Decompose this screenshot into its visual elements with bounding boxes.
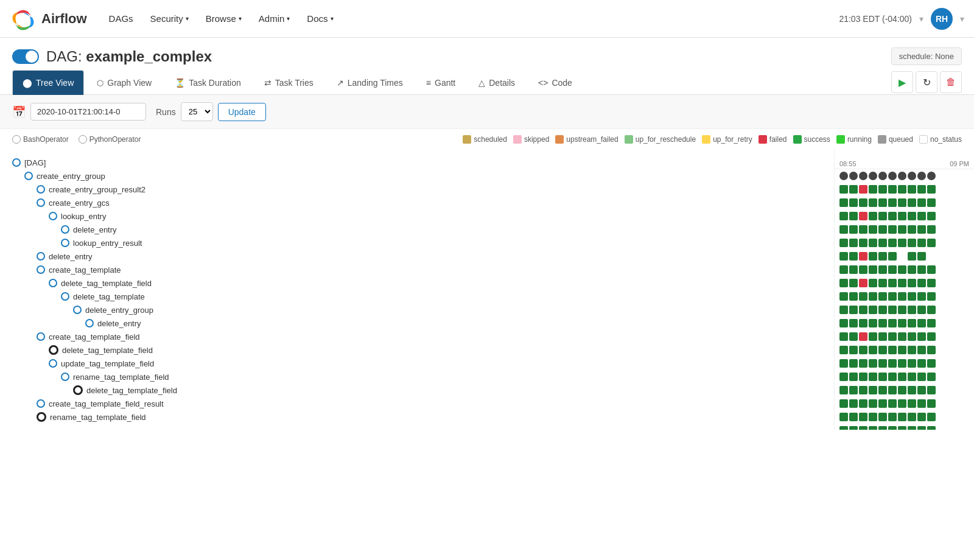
gantt-cell[interactable] — [878, 332, 887, 341]
gantt-cell[interactable] — [839, 198, 848, 207]
gantt-cell[interactable] — [849, 332, 858, 341]
gantt-cell[interactable] — [878, 306, 887, 314]
gantt-cell[interactable] — [917, 332, 926, 341]
gantt-cell[interactable] — [927, 413, 936, 421]
tree-node-10[interactable]: delete_entry_group — [12, 303, 822, 317]
tree-node-11[interactable]: delete_entry — [12, 317, 822, 330]
gantt-cell[interactable] — [898, 426, 906, 430]
gantt-cell[interactable] — [888, 373, 897, 381]
nav-security[interactable]: Security ▾ — [143, 9, 196, 29]
tab-task-tries[interactable]: ⇄ Task Tries — [254, 70, 324, 95]
gantt-cell[interactable] — [888, 225, 897, 234]
nav-time[interactable]: 21:03 EDT (-04:00) — [839, 14, 912, 24]
gantt-cell[interactable] — [908, 373, 916, 381]
tree-node-14[interactable]: update_tag_template_field — [12, 357, 822, 370]
gantt-cell[interactable] — [878, 279, 887, 287]
gantt-cell[interactable] — [888, 239, 897, 247]
tab-landing-times[interactable]: ↗ Landing Times — [326, 70, 413, 95]
gantt-cell[interactable] — [908, 413, 916, 421]
gantt-cell[interactable] — [839, 386, 848, 394]
gantt-cell[interactable] — [917, 346, 926, 354]
gantt-cell[interactable] — [839, 332, 848, 341]
gantt-cell[interactable] — [908, 386, 916, 394]
gantt-cell[interactable] — [878, 373, 887, 381]
gantt-cell[interactable] — [869, 198, 877, 207]
gantt-cell[interactable] — [898, 306, 906, 314]
gantt-cell[interactable] — [878, 172, 887, 180]
gantt-cell[interactable] — [859, 279, 867, 287]
brand-logo[interactable]: Airflow — [10, 5, 87, 32]
gantt-cell[interactable] — [849, 212, 858, 220]
tree-node-13[interactable]: delete_tag_template_field — [12, 343, 822, 357]
gantt-cell[interactable] — [859, 172, 867, 180]
gantt-cell[interactable] — [898, 332, 906, 341]
gantt-cell[interactable] — [898, 373, 906, 381]
gantt-cell[interactable] — [859, 239, 867, 247]
gantt-cell[interactable] — [869, 319, 877, 327]
gantt-cell[interactable] — [839, 346, 848, 354]
gantt-cell[interactable] — [927, 198, 936, 207]
gantt-cell[interactable] — [888, 319, 897, 327]
gantt-cell[interactable] — [859, 346, 867, 354]
gantt-cell[interactable] — [869, 292, 877, 301]
gantt-cell[interactable] — [869, 306, 877, 314]
gantt-cell[interactable] — [888, 306, 897, 314]
gantt-cell[interactable] — [849, 292, 858, 301]
tab-gantt[interactable]: ≡ Gantt — [416, 70, 466, 95]
gantt-cell[interactable] — [927, 239, 936, 247]
runs-select[interactable]: 25 — [181, 102, 213, 121]
gantt-cell[interactable] — [927, 359, 936, 368]
gantt-cell[interactable] — [849, 198, 858, 207]
gantt-cell[interactable] — [878, 239, 887, 247]
gantt-cell[interactable] — [839, 279, 848, 287]
gantt-cell[interactable] — [849, 346, 858, 354]
gantt-cell[interactable] — [908, 399, 916, 408]
gantt-cell[interactable] — [849, 386, 858, 394]
gantt-cell[interactable] — [869, 172, 877, 180]
gantt-cell[interactable] — [927, 279, 936, 287]
gantt-cell[interactable] — [839, 306, 848, 314]
nav-dags[interactable]: DAGs — [102, 9, 141, 29]
gantt-cell[interactable] — [859, 426, 867, 430]
tree-node-16[interactable]: delete_tag_template_field — [12, 383, 822, 397]
tree-node-12[interactable]: create_tag_template_field — [12, 330, 822, 343]
gantt-cell[interactable] — [859, 265, 867, 274]
tree-node-1[interactable]: create_entry_group_result2 — [12, 183, 822, 196]
gantt-cell[interactable] — [869, 346, 877, 354]
gantt-cell[interactable] — [878, 359, 887, 368]
gantt-cell[interactable] — [927, 185, 936, 194]
date-input[interactable] — [30, 103, 146, 121]
tab-tree-view[interactable]: ⬤ Tree View — [12, 70, 84, 95]
gantt-cell[interactable] — [859, 413, 867, 421]
gantt-cell[interactable] — [849, 225, 858, 234]
gantt-cell[interactable] — [839, 185, 848, 194]
gantt-cell[interactable] — [849, 319, 858, 327]
gantt-cell[interactable] — [908, 185, 916, 194]
gantt-cell[interactable] — [859, 332, 867, 341]
gantt-cell[interactable] — [859, 185, 867, 194]
gantt-cell[interactable] — [908, 265, 916, 274]
gantt-cell[interactable] — [908, 346, 916, 354]
gantt-cell[interactable] — [859, 292, 867, 301]
gantt-cell[interactable] — [917, 306, 926, 314]
gantt-cell[interactable] — [888, 399, 897, 408]
gantt-cell[interactable] — [898, 346, 906, 354]
tab-details[interactable]: △ Details — [468, 70, 525, 95]
gantt-cell[interactable] — [908, 239, 916, 247]
gantt-cell[interactable] — [917, 239, 926, 247]
tree-node-8[interactable]: delete_tag_template_field — [12, 276, 822, 290]
refresh-button[interactable]: ↻ — [916, 71, 937, 93]
gantt-cell[interactable] — [888, 265, 897, 274]
update-button[interactable]: Update — [218, 103, 266, 121]
gantt-cell[interactable] — [908, 426, 916, 430]
gantt-cell[interactable] — [878, 346, 887, 354]
nav-browse[interactable]: Browse ▾ — [198, 9, 249, 29]
gantt-cell[interactable] — [908, 319, 916, 327]
gantt-cell[interactable] — [869, 386, 877, 394]
gantt-cell[interactable] — [869, 212, 877, 220]
gantt-cell[interactable] — [908, 198, 916, 207]
gantt-cell[interactable] — [878, 185, 887, 194]
gantt-cell[interactable] — [859, 386, 867, 394]
gantt-cell[interactable] — [927, 426, 936, 430]
gantt-cell[interactable] — [839, 212, 848, 220]
